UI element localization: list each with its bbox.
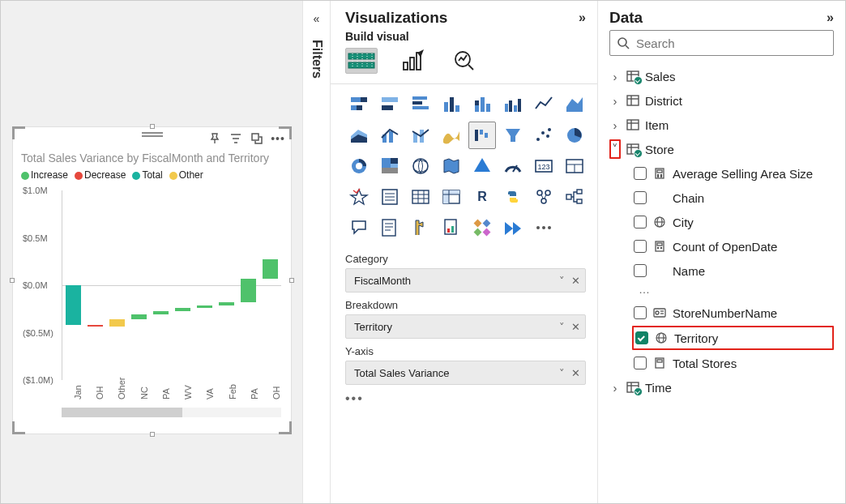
donut-icon[interactable] — [345, 152, 373, 180]
combo-2-icon[interactable] — [407, 122, 434, 149]
field-checkbox[interactable] — [634, 306, 647, 319]
table-sales[interactable]: › Sales — [609, 64, 834, 88]
waterfall-icon[interactable] — [468, 122, 496, 149]
waterfall-bar[interactable] — [263, 259, 278, 278]
waterfall-bar[interactable] — [88, 325, 103, 327]
report-canvas[interactable]: ••• Total Sales Variance by FiscalMonth … — [1, 1, 302, 503]
field-checkbox[interactable] — [634, 264, 647, 277]
field-chain[interactable]: Chain — [609, 186, 834, 210]
field-territory[interactable]: Territory — [632, 326, 834, 350]
table-icon[interactable] — [407, 183, 434, 211]
waterfall-bar[interactable] — [241, 279, 256, 302]
more-options-icon[interactable]: ••• — [345, 391, 586, 406]
filled-map-icon[interactable] — [438, 152, 465, 180]
waterfall-bar[interactable] — [109, 319, 125, 327]
field-count-opendate[interactable]: Count of OpenDate — [609, 234, 834, 258]
tree-ellipsis[interactable]: … — [609, 283, 834, 301]
format-visual-tab[interactable] — [397, 48, 429, 74]
funnel-icon[interactable] — [499, 122, 527, 149]
clustered-column-icon[interactable] — [499, 91, 527, 118]
expand-filters-icon[interactable]: « — [314, 12, 320, 25]
pin-icon[interactable] — [208, 132, 221, 145]
map-icon[interactable] — [407, 152, 434, 180]
waterfall-bar[interactable] — [131, 314, 147, 319]
field-total-stores[interactable]: Total Stores — [609, 351, 834, 375]
kpi-icon[interactable] — [345, 183, 373, 211]
waterfall-bar[interactable] — [153, 311, 169, 315]
field-checkbox[interactable] — [635, 331, 648, 344]
remove-field-icon[interactable]: ✕ — [571, 275, 580, 287]
card-icon[interactable]: 123 — [530, 152, 558, 180]
multi-card-icon[interactable] — [561, 152, 588, 180]
category-field-well[interactable]: FiscalMonth ˅✕ — [345, 268, 586, 293]
chevron-down-icon[interactable]: ˅ — [559, 275, 565, 287]
paginated-icon[interactable] — [438, 214, 465, 241]
drag-handle[interactable] — [142, 132, 163, 137]
field-checkbox[interactable] — [634, 357, 647, 369]
table-item[interactable]: › Item — [609, 113, 834, 137]
breakdown-field-well[interactable]: Territory ˅✕ — [345, 314, 586, 339]
search-input[interactable] — [634, 36, 827, 51]
pie-icon[interactable] — [561, 122, 588, 149]
yaxis-field-well[interactable]: Total Sales Variance ˅✕ — [345, 361, 586, 385]
goals-icon[interactable] — [407, 214, 434, 241]
azure-map-icon[interactable] — [468, 152, 496, 180]
field-name[interactable]: Name — [609, 258, 834, 283]
chart-scrollbar[interactable] — [62, 408, 281, 417]
table-district[interactable]: › District — [609, 88, 834, 113]
field-checkbox[interactable] — [634, 191, 647, 204]
combo-icon[interactable] — [376, 122, 404, 149]
r-visual-icon[interactable]: R — [468, 183, 496, 211]
field-storenumbername[interactable]: StoreNumberName — [609, 301, 834, 325]
decomposition-icon[interactable] — [561, 183, 588, 211]
py-visual-icon[interactable] — [499, 183, 527, 211]
field-checkbox[interactable] — [634, 216, 647, 229]
treemap-icon[interactable] — [376, 152, 404, 180]
remove-field-icon[interactable]: ✕ — [571, 367, 580, 379]
more-visuals-icon[interactable] — [530, 214, 558, 241]
search-box[interactable] — [609, 30, 834, 56]
key-influencers-icon[interactable] — [530, 183, 558, 211]
waterfall-bar[interactable] — [66, 285, 81, 325]
narrative-icon[interactable] — [376, 214, 404, 241]
stacked-bar-icon[interactable] — [345, 91, 373, 118]
column-icon[interactable] — [438, 91, 465, 118]
resize-handle[interactable] — [289, 278, 294, 283]
stacked-bar-2-icon[interactable] — [376, 91, 404, 118]
power-automate-icon[interactable] — [499, 214, 527, 241]
slicer-icon[interactable] — [376, 183, 404, 211]
resize-handle[interactable] — [150, 432, 155, 437]
chevron-down-icon[interactable]: ˅ — [609, 139, 621, 159]
waterfall-bar[interactable] — [219, 302, 234, 305]
chevron-down-icon[interactable]: ˅ — [559, 321, 565, 333]
ribbon-icon[interactable] — [438, 122, 465, 149]
collapse-pane-icon[interactable]: » — [827, 11, 834, 25]
build-visual-tab[interactable] — [345, 48, 378, 74]
clustered-bar-icon[interactable] — [407, 91, 434, 118]
chevron-down-icon[interactable]: ˅ — [559, 367, 565, 379]
waterfall-visual[interactable]: ••• Total Sales Variance by FiscalMonth … — [12, 126, 292, 434]
more-options-icon[interactable]: ••• — [271, 132, 284, 145]
remove-field-icon[interactable]: ✕ — [571, 321, 580, 333]
filter-icon[interactable] — [229, 132, 242, 145]
apps-icon[interactable] — [468, 214, 496, 241]
field-city[interactable]: City — [609, 210, 834, 234]
table-time[interactable]: › Time — [609, 375, 834, 399]
matrix-icon[interactable] — [438, 183, 465, 211]
analytics-tab[interactable] — [449, 48, 481, 74]
waterfall-bar[interactable] — [197, 305, 212, 309]
area-icon[interactable] — [561, 91, 588, 118]
focus-icon[interactable] — [250, 132, 263, 145]
collapse-pane-icon[interactable]: » — [579, 11, 586, 25]
line-icon[interactable] — [530, 91, 558, 118]
field-avg-area[interactable]: Average Selling Area Size — [609, 161, 834, 186]
stacked-column-icon[interactable] — [468, 91, 496, 118]
qna-icon[interactable] — [345, 214, 373, 241]
stacked-area-icon[interactable] — [345, 122, 373, 149]
gauge-icon[interactable] — [499, 152, 527, 180]
field-checkbox[interactable] — [634, 167, 647, 180]
scrollbar-thumb[interactable] — [62, 408, 182, 417]
field-checkbox[interactable] — [634, 240, 647, 253]
resize-handle[interactable] — [10, 278, 15, 283]
scatter-icon[interactable] — [530, 122, 558, 149]
